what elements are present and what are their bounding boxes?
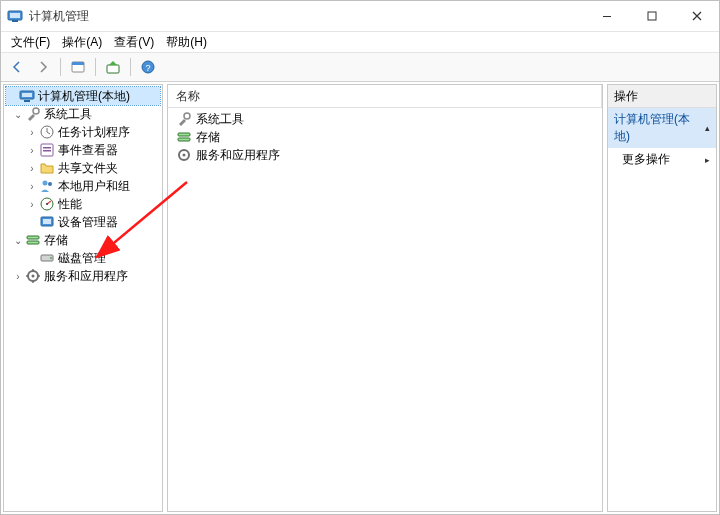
svg-rect-31 [178, 133, 190, 136]
svg-rect-1 [10, 13, 20, 18]
action-group-label: 计算机管理(本地) [614, 111, 705, 145]
list-body[interactable]: 系统工具 存储 [168, 108, 602, 166]
tree-root[interactable]: 计算机管理(本地) [6, 87, 160, 105]
close-button[interactable] [674, 1, 719, 31]
users-icon [39, 178, 55, 194]
menu-help[interactable]: 帮助(H) [160, 32, 213, 53]
tree-label: 系统工具 [44, 106, 92, 123]
perf-icon [39, 196, 55, 212]
help-button[interactable]: ? [136, 55, 160, 79]
svg-rect-2 [12, 20, 18, 22]
tools-icon [25, 106, 41, 122]
chevron-up-icon: ▴ [705, 123, 710, 133]
event-icon [39, 142, 55, 158]
tree-task-scheduler[interactable]: › 任务计划程序 [6, 123, 160, 141]
tree-label: 性能 [58, 196, 82, 213]
tree-label: 事件查看器 [58, 142, 118, 159]
svg-point-18 [43, 181, 48, 186]
tree-disk-management[interactable]: 磁盘管理 [6, 249, 160, 267]
expander-icon[interactable]: › [12, 270, 24, 282]
svg-point-13 [33, 108, 39, 114]
window-controls [584, 1, 719, 31]
properties-button[interactable] [101, 55, 125, 79]
tree-label: 磁盘管理 [58, 250, 106, 267]
action-pane-header: 操作 [608, 85, 716, 108]
list-header[interactable]: 名称 [168, 85, 602, 108]
folder-icon [39, 160, 55, 176]
titlebar: 计算机管理 [1, 1, 719, 32]
menu-file[interactable]: 文件(F) [5, 32, 56, 53]
action-more[interactable]: 更多操作 ▸ [608, 148, 716, 171]
app-icon [7, 8, 23, 24]
up-button[interactable] [66, 55, 90, 79]
svg-rect-11 [22, 93, 32, 97]
expander-icon[interactable]: › [26, 126, 38, 138]
column-name[interactable]: 名称 [168, 85, 602, 107]
svg-rect-24 [27, 236, 39, 239]
tree-device-manager[interactable]: 设备管理器 [6, 213, 160, 231]
body: 计算机管理(本地) ⌄ 系统工具 › [1, 82, 719, 514]
device-icon [39, 214, 55, 230]
computer-icon [19, 88, 35, 104]
svg-point-21 [46, 203, 48, 205]
tree-label: 存储 [44, 232, 68, 249]
computer-management-window: 计算机管理 文件(F) 操作(A) 查看(V) 帮助(H) [0, 0, 720, 515]
chevron-right-icon: ▸ [705, 155, 710, 165]
svg-rect-3 [603, 16, 611, 17]
svg-point-27 [50, 257, 52, 259]
svg-point-30 [184, 113, 190, 119]
expander-icon[interactable]: ⌄ [12, 234, 24, 246]
window-title: 计算机管理 [29, 8, 89, 25]
tree-view[interactable]: 计算机管理(本地) ⌄ 系统工具 › [4, 85, 162, 287]
list-item[interactable]: 系统工具 [170, 110, 600, 128]
clock-icon [39, 124, 55, 140]
maximize-button[interactable] [629, 1, 674, 31]
action-item-label: 更多操作 [622, 151, 670, 168]
tree-pane[interactable]: 计算机管理(本地) ⌄ 系统工具 › [3, 84, 163, 512]
toolbar-separator [60, 58, 61, 76]
storage-icon [25, 232, 41, 248]
tree-local-users[interactable]: › 本地用户和组 [6, 177, 160, 195]
list-item[interactable]: 存储 [170, 128, 600, 146]
svg-rect-6 [72, 62, 84, 65]
svg-rect-7 [107, 65, 119, 73]
tree-shared-folders[interactable]: › 共享文件夹 [6, 159, 160, 177]
expander-icon[interactable]: ⌄ [12, 108, 24, 120]
tree-label: 设备管理器 [58, 214, 118, 231]
back-button[interactable] [5, 55, 29, 79]
tree-event-viewer[interactable]: › 事件查看器 [6, 141, 160, 159]
svg-point-19 [48, 182, 52, 186]
tree-storage[interactable]: ⌄ 存储 [6, 231, 160, 249]
svg-rect-16 [43, 147, 51, 149]
list-item-label: 系统工具 [196, 111, 244, 128]
action-group-title[interactable]: 计算机管理(本地) ▴ [608, 108, 716, 148]
tree-label: 本地用户和组 [58, 178, 130, 195]
tree-system-tools[interactable]: ⌄ 系统工具 [6, 105, 160, 123]
svg-rect-32 [178, 138, 190, 141]
expander-icon[interactable]: › [26, 180, 38, 192]
svg-rect-17 [43, 150, 51, 152]
expander-icon[interactable]: › [26, 162, 38, 174]
toolbar-separator [130, 58, 131, 76]
menubar: 文件(F) 操作(A) 查看(V) 帮助(H) [1, 32, 719, 53]
tree-services-apps[interactable]: › 服务和应用程序 [6, 267, 160, 285]
tree-label: 服务和应用程序 [44, 268, 128, 285]
svg-rect-25 [27, 241, 39, 244]
svg-point-34 [183, 154, 186, 157]
storage-icon [176, 129, 192, 145]
menu-view[interactable]: 查看(V) [108, 32, 160, 53]
svg-rect-4 [648, 12, 656, 20]
action-pane: 操作 计算机管理(本地) ▴ 更多操作 ▸ [607, 84, 717, 512]
expander-icon[interactable]: › [26, 198, 38, 210]
list-item-label: 服务和应用程序 [196, 147, 280, 164]
minimize-button[interactable] [584, 1, 629, 31]
expander-icon[interactable]: › [26, 144, 38, 156]
list-item-label: 存储 [196, 129, 220, 146]
menu-action[interactable]: 操作(A) [56, 32, 108, 53]
tree-performance[interactable]: › 性能 [6, 195, 160, 213]
forward-button[interactable] [31, 55, 55, 79]
tree-label: 任务计划程序 [58, 124, 130, 141]
tree-label: 计算机管理(本地) [38, 88, 130, 105]
list-pane[interactable]: 名称 系统工具 [167, 84, 603, 512]
list-item[interactable]: 服务和应用程序 [170, 146, 600, 164]
